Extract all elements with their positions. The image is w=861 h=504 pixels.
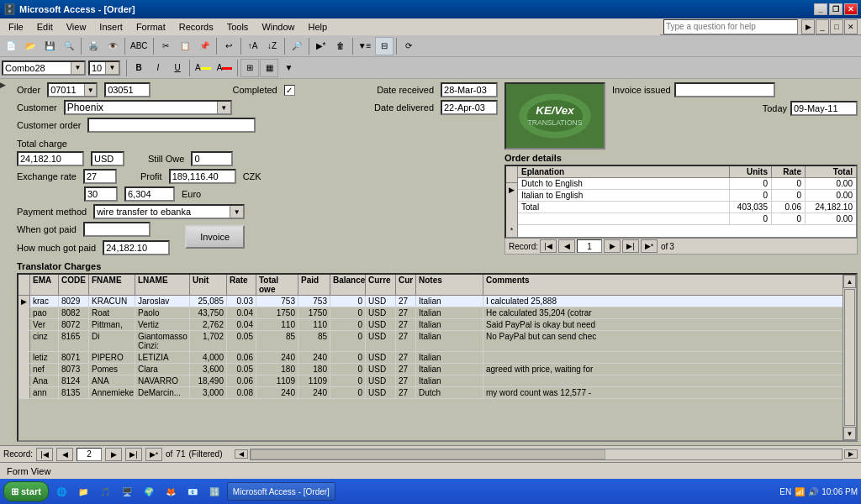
nav-last[interactable]: ▶| bbox=[125, 448, 142, 461]
od-record-input[interactable] bbox=[577, 239, 602, 253]
grid-scrollbar-v[interactable]: ▲ ▼ bbox=[843, 275, 856, 440]
quicklaunch-ie2[interactable]: 🌍 bbox=[140, 482, 158, 501]
invoice-button[interactable]: Invoice bbox=[185, 225, 245, 249]
table-row[interactable]: Ver 8072 Pittman, Vertiz 2,762 0.04 110 … bbox=[18, 319, 843, 331]
menu-records[interactable]: Records bbox=[172, 18, 220, 35]
payment-method-combo[interactable]: wire transfer to ebanka ▼ bbox=[93, 204, 245, 219]
nav-first[interactable]: |◀ bbox=[36, 448, 53, 461]
scroll-left-arrow[interactable]: ◀ bbox=[235, 449, 248, 459]
exchange-rate-input[interactable] bbox=[83, 169, 117, 184]
quicklaunch-desktop[interactable]: 🖥️ bbox=[118, 482, 136, 501]
grid-lines-button[interactable]: ⊞ bbox=[240, 59, 259, 77]
euro-input1[interactable] bbox=[84, 186, 118, 202]
sort-asc-button[interactable]: ↑A bbox=[244, 37, 262, 55]
start-button[interactable]: ⊞ start bbox=[3, 481, 49, 501]
quicklaunch-media[interactable]: 🎵 bbox=[96, 482, 114, 501]
table-row[interactable]: ▶ krac 8029 KRACUN Jaroslav 25,085 0.03 … bbox=[18, 296, 843, 307]
window-min-btn[interactable]: _ bbox=[816, 19, 829, 34]
nav-prev[interactable]: ◀ bbox=[56, 448, 73, 461]
scroll-right-arrow[interactable]: ▶ bbox=[844, 449, 858, 459]
print-button[interactable]: 🖨️ bbox=[84, 37, 103, 55]
fontsize-combo[interactable]: 10 ▼ bbox=[88, 60, 120, 76]
menu-format[interactable]: Format bbox=[129, 18, 172, 35]
table-row[interactable]: nef 8073 Pomes Clara 3,600 0.05 180 180 … bbox=[18, 364, 843, 375]
table-row[interactable]: cinz 8165 Di Giantomasso Cinzi: 1,702 0.… bbox=[18, 331, 843, 352]
menu-help[interactable]: Help bbox=[302, 18, 335, 35]
menu-file[interactable]: File bbox=[2, 18, 30, 35]
paste-button[interactable]: 📌 bbox=[195, 37, 214, 55]
fill-color-button[interactable]: A bbox=[193, 59, 214, 77]
delete-button[interactable]: 🗑 bbox=[331, 37, 350, 55]
new-record-button[interactable]: ▶* bbox=[312, 37, 330, 55]
window-max-btn[interactable]: □ bbox=[830, 19, 843, 34]
scroll-thumb[interactable] bbox=[844, 289, 855, 426]
od-nav-prev[interactable]: ◀ bbox=[558, 239, 575, 253]
sort-desc-button[interactable]: ↓Z bbox=[263, 37, 282, 55]
print-preview-button[interactable]: 👁️ bbox=[103, 37, 122, 55]
close-button[interactable]: ✕ bbox=[844, 3, 858, 15]
undo-button[interactable]: ↩ bbox=[219, 37, 238, 55]
od-nav-new[interactable]: ▶* bbox=[641, 239, 658, 253]
table-row[interactable]: pao 8082 Roat Paolo 43,750 0.04 1750 175… bbox=[18, 307, 843, 319]
customer-combo[interactable]: Phoenix ▼ bbox=[64, 100, 232, 115]
scroll-down-arrow[interactable]: ▼ bbox=[843, 427, 856, 440]
invoice-issued-input[interactable] bbox=[674, 82, 775, 97]
how-much-got-paid-input[interactable] bbox=[103, 240, 170, 255]
table-row[interactable]: ann 8135 Annemieke DeMarcin... 3,000 0.0… bbox=[18, 387, 843, 399]
quicklaunch-ie[interactable]: 🌐 bbox=[52, 482, 71, 501]
nav-next[interactable]: ▶ bbox=[105, 448, 122, 461]
italic-button[interactable]: I bbox=[149, 59, 167, 77]
taskbar-access[interactable]: Microsoft Access - [Order] bbox=[227, 482, 335, 501]
find-button[interactable]: 🔎 bbox=[288, 37, 306, 55]
date-received-input[interactable] bbox=[441, 82, 498, 97]
window-close-btn[interactable]: ✕ bbox=[844, 19, 858, 34]
help-input[interactable] bbox=[663, 19, 798, 34]
total-charge-input[interactable] bbox=[17, 151, 84, 166]
today-input[interactable] bbox=[790, 101, 858, 116]
customer-combo-arrow[interactable]: ▼ bbox=[217, 102, 230, 113]
open-button[interactable]: 📂 bbox=[21, 37, 40, 55]
table-row[interactable]: Ana 8124 ANA NAVARRO 18,490 0.06 1109 11… bbox=[18, 375, 843, 387]
scroll-up-arrow[interactable]: ▲ bbox=[843, 275, 856, 288]
payment-method-arrow[interactable]: ▼ bbox=[230, 206, 243, 218]
help-go-button[interactable]: ▶ bbox=[801, 19, 815, 34]
chevron-down-button[interactable]: ▼ bbox=[279, 59, 298, 77]
fontsize-combo-arrow[interactable]: ▼ bbox=[105, 62, 119, 74]
font-combo-arrow[interactable]: ▼ bbox=[71, 62, 84, 74]
filter-button[interactable]: ▼≡ bbox=[356, 37, 374, 55]
nav-new[interactable]: ▶* bbox=[145, 448, 162, 461]
text-color-button[interactable]: A bbox=[214, 59, 235, 77]
spell-button[interactable]: ABC bbox=[128, 37, 151, 55]
menu-insert[interactable]: Insert bbox=[92, 18, 129, 35]
date-delivered-input[interactable] bbox=[441, 100, 498, 115]
od-nav-first[interactable]: |◀ bbox=[540, 239, 557, 253]
euro-input2[interactable] bbox=[124, 186, 175, 202]
special-button[interactable]: ▦ bbox=[260, 59, 278, 77]
save-button[interactable]: 💾 bbox=[40, 37, 59, 55]
completed-checkbox[interactable]: ✓ bbox=[284, 85, 295, 96]
table-row[interactable]: letiz 8071 PIPERO LETIZIA 4,000 0.06 240… bbox=[18, 352, 843, 364]
when-got-paid-input[interactable] bbox=[83, 222, 151, 237]
quicklaunch-calc[interactable]: 🔢 bbox=[205, 482, 224, 501]
bold-button[interactable]: B bbox=[129, 59, 148, 77]
profit-input[interactable] bbox=[169, 169, 236, 184]
menu-view[interactable]: View bbox=[60, 18, 93, 35]
still-owe-input[interactable] bbox=[191, 151, 233, 166]
quicklaunch-fox[interactable]: 🦊 bbox=[161, 482, 180, 501]
od-nav-next[interactable]: ▶ bbox=[604, 239, 621, 253]
refresh-button[interactable]: ⟳ bbox=[399, 37, 418, 55]
cut-button[interactable]: ✂ bbox=[156, 37, 175, 55]
quicklaunch-folder[interactable]: 📁 bbox=[74, 482, 92, 501]
menu-tools[interactable]: Tools bbox=[220, 18, 256, 35]
currency-input[interactable] bbox=[91, 151, 124, 166]
restore-button[interactable]: ❐ bbox=[829, 3, 843, 15]
od-nav-last[interactable]: ▶| bbox=[622, 239, 639, 253]
apply-filter-button[interactable]: ⊟ bbox=[375, 37, 394, 55]
order-combo-arrow[interactable]: ▼ bbox=[84, 84, 96, 96]
new-button[interactable]: 📄 bbox=[2, 37, 20, 55]
order-number-input[interactable] bbox=[104, 82, 151, 97]
order-combo[interactable]: 07011 ▼ bbox=[47, 82, 98, 97]
minimize-button[interactable]: _ bbox=[814, 3, 827, 15]
customer-order-input[interactable] bbox=[87, 118, 256, 133]
quicklaunch-email[interactable]: 📧 bbox=[183, 482, 202, 501]
